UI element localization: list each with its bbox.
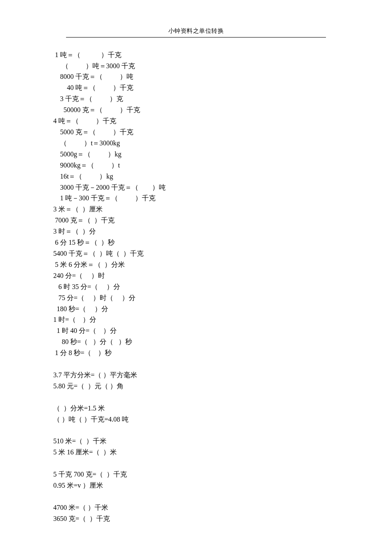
worksheet-line: 3.7 平方分米=（ ）平方毫米 bbox=[53, 370, 339, 381]
worksheet-line: 5.80 元=（ ）元（ ）角 bbox=[53, 381, 339, 392]
worksheet-line: 3 米＝（ ）厘米 bbox=[53, 204, 339, 215]
worksheet-line: 9000kg＝（ ）t bbox=[53, 160, 339, 171]
worksheet-line: 16t＝（ ）kg bbox=[53, 171, 339, 182]
worksheet-line: （ ）分米=1.5 米 bbox=[53, 403, 339, 414]
worksheet-line: 1 分 8 秒=（ ）秒 bbox=[53, 347, 339, 358]
worksheet-line: 1 时=（ ）分 bbox=[53, 314, 339, 325]
worksheet-line: 0.95 米=v ）厘米 bbox=[53, 480, 339, 491]
worksheet-line bbox=[53, 458, 339, 469]
worksheet-line: 4700 米=（ ）千米 bbox=[53, 502, 339, 513]
worksheet-line: 5000 克＝（ ）千克 bbox=[53, 127, 339, 138]
worksheet-line: 6 时 35 分=（ ）分 bbox=[53, 281, 339, 292]
worksheet-content: 1 吨＝（ ）千克 （ ）吨＝3000 千克 8000 千克＝（ ）吨 40 吨… bbox=[53, 49, 339, 524]
page: 小钟资料之单位转换 1 吨＝（ ）千克 （ ）吨＝3000 千克 8000 千克… bbox=[0, 0, 392, 555]
worksheet-line: 1 吨＝（ ）千克 bbox=[53, 49, 339, 61]
worksheet-line: 5 千克 700 克=（ ）千克 bbox=[53, 469, 339, 480]
worksheet-line: 5000g＝（ ）kg bbox=[53, 149, 339, 160]
worksheet-line: 5 米 16 厘米=（ ）米 bbox=[53, 447, 339, 458]
worksheet-line: 240 分=（ ）时 bbox=[53, 270, 339, 281]
worksheet-line: 7000 克＝（ ）千克 bbox=[53, 215, 339, 226]
worksheet-line bbox=[53, 358, 339, 370]
worksheet-line: 3 时＝（ ）分 bbox=[53, 226, 339, 237]
worksheet-line: 5400 千克＝（ ）吨（ ）千克 bbox=[53, 248, 339, 259]
worksheet-line: 50000 克＝（ ）千克 bbox=[53, 104, 339, 116]
worksheet-line: 3 千克＝（ ）克 bbox=[53, 93, 339, 104]
worksheet-line bbox=[53, 392, 339, 403]
page-header-title: 小钟资料之单位转换 bbox=[53, 26, 339, 38]
worksheet-line: 5 米 6 分米＝（ ）分米 bbox=[53, 259, 339, 270]
worksheet-line: （ ）吨（ ）千克=4.08 吨 bbox=[53, 414, 339, 425]
worksheet-line: 180 秒=（ ）分 bbox=[53, 304, 339, 315]
worksheet-line bbox=[53, 425, 339, 436]
worksheet-line: 3650 克=（ ）千克 bbox=[53, 513, 339, 524]
worksheet-line: （ ）吨＝3000 千克 bbox=[53, 61, 339, 72]
worksheet-line bbox=[53, 491, 339, 502]
worksheet-line: 1 时 40 分=（ ）分 bbox=[53, 325, 339, 336]
worksheet-line: 4 吨＝（ ）千克 bbox=[53, 116, 339, 127]
worksheet-line: （ ）t＝3000kg bbox=[53, 138, 339, 149]
worksheet-line: 510 米=（ ）千米 bbox=[53, 436, 339, 447]
worksheet-line: 1 吨－300 千克＝（ ）千克 bbox=[53, 193, 339, 204]
worksheet-line: 75 分=（ ）时（ ）分 bbox=[53, 292, 339, 304]
worksheet-line: 8000 千克＝（ ）吨 bbox=[53, 71, 339, 82]
worksheet-line: 6 分 15 秒＝（ ）秒 bbox=[53, 237, 339, 248]
worksheet-line: 3000 千克－2000 千克＝（ ）吨 bbox=[53, 182, 339, 193]
worksheet-line: 40 吨＝（ ）千克 bbox=[53, 82, 339, 93]
worksheet-line: 80 秒=（ ）分（ ）秒 bbox=[53, 336, 339, 347]
